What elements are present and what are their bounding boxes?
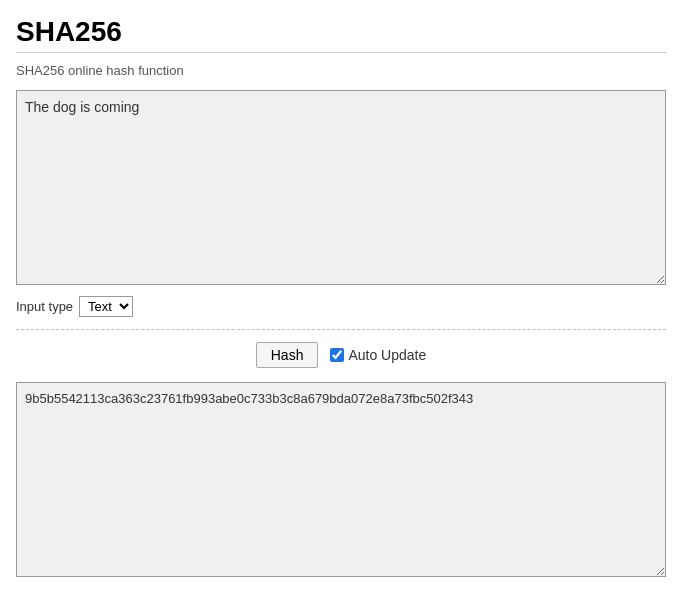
input-type-select[interactable]: TextHex	[79, 296, 133, 317]
auto-update-checkbox[interactable]	[330, 348, 344, 362]
hash-button[interactable]: Hash	[256, 342, 319, 368]
page-subtitle: SHA256 online hash function	[16, 63, 666, 78]
auto-update-text: Auto Update	[348, 347, 426, 363]
section-divider	[16, 329, 666, 330]
input-textarea[interactable]	[16, 90, 666, 285]
auto-update-label[interactable]: Auto Update	[330, 347, 426, 363]
input-type-row: Input type TextHex	[16, 296, 666, 317]
page-title: SHA256	[16, 16, 666, 48]
input-type-label: Input type	[16, 299, 73, 314]
title-divider	[16, 52, 666, 53]
hash-controls: Hash Auto Update	[16, 342, 666, 368]
output-textarea[interactable]	[16, 382, 666, 577]
